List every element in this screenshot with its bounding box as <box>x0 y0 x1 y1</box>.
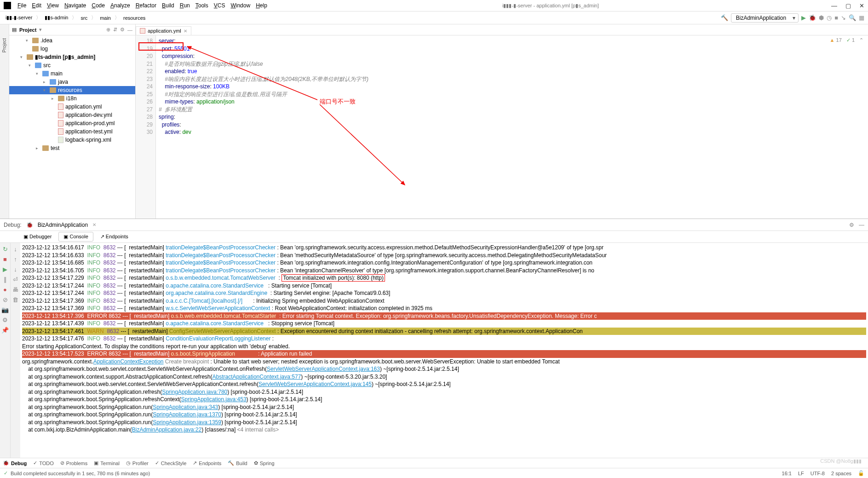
run-icon[interactable]: ▶ <box>801 14 806 21</box>
toolwindow-problems[interactable]: ⊘Problems <box>60 460 87 466</box>
tree-node[interactable]: ▸i18n <box>9 94 135 103</box>
toolwindow-debug[interactable]: 🐞Debug <box>3 460 27 466</box>
menu-refactor[interactable]: Refactor <box>133 1 159 10</box>
toolwindow-checkstyle[interactable]: ✓CheckStyle <box>155 460 187 466</box>
clear-icon[interactable]: 🗑 <box>12 296 18 303</box>
dir-icon <box>27 54 33 60</box>
tree-node[interactable]: ▾resources <box>9 86 135 94</box>
menu-build[interactable]: Build <box>159 1 177 10</box>
line-gutter[interactable]: 18192021222324252627282930 <box>136 35 156 219</box>
inspections-warnings[interactable]: 17 <box>830 37 842 43</box>
scroll-to-end-icon[interactable]: ↓ <box>14 246 17 253</box>
toolwindow-endpoints[interactable]: ↗Endpoints <box>193 460 221 466</box>
debug-app-name[interactable]: BizAdminApplication <box>38 222 88 228</box>
toolwindow-spring[interactable]: ✿Spring <box>254 460 275 466</box>
vcs-icon[interactable]: ↘ <box>841 14 846 21</box>
tab-close-icon[interactable]: ✕ <box>184 29 187 34</box>
tree-node[interactable]: logback-spring.xml <box>9 136 135 144</box>
toolwindow-terminal[interactable]: ▣Terminal <box>94 460 120 466</box>
close-icon[interactable]: ✕ <box>859 2 864 9</box>
menu-vcs[interactable]: VCS <box>211 1 228 10</box>
minimize-icon[interactable]: — <box>831 2 837 9</box>
app-logo-icon <box>4 2 11 9</box>
menu-code[interactable]: Code <box>89 1 108 10</box>
mute-breakpoints-icon[interactable]: ⊘ <box>3 296 8 303</box>
soft-wrap-icon[interactable]: ⏎ <box>13 276 18 283</box>
maximize-icon[interactable]: ▢ <box>845 2 851 9</box>
expand-icon[interactable]: ⇵ <box>113 27 117 33</box>
breadcrumb[interactable]: i▮▮-▮-server〉▮▮s-admin〉src〉main〉resource… <box>4 14 147 22</box>
status-lock-icon[interactable]: 🔓 <box>858 470 864 476</box>
inspections-ok[interactable]: 1 <box>846 37 855 43</box>
toolwindow-todo[interactable]: ✓TODO <box>33 460 54 466</box>
inspections-more-icon[interactable]: ⌃ <box>859 37 863 43</box>
status-indent[interactable]: 2 spaces <box>831 471 851 476</box>
menu-analyze[interactable]: Analyze <box>108 1 133 10</box>
menu-edit[interactable]: Edit <box>29 1 44 10</box>
editor-tab[interactable]: application.yml ✕ <box>136 26 191 35</box>
breadcrumb-item[interactable]: i▮▮-▮-server <box>4 14 34 22</box>
tree-node[interactable]: ▸test <box>9 144 135 152</box>
pause-icon[interactable]: ‖ <box>4 276 7 283</box>
toolwindow-profiler[interactable]: ◷Profiler <box>126 460 149 466</box>
tree-node[interactable]: ▾▮ts-admin [p▮s_admin] <box>9 53 135 61</box>
dump-icon[interactable]: 📷 <box>1 306 9 313</box>
settings-icon[interactable]: ⚙ <box>2 317 8 323</box>
console-output[interactable]: 2023-12-12 13:54:16.617 INFO 8632 --- [ … <box>20 243 868 458</box>
stop-icon[interactable]: ■ <box>834 14 838 21</box>
hammer-icon[interactable]: 🔨 <box>721 14 728 21</box>
menu-tools[interactable]: Tools <box>193 1 211 10</box>
stop-debug-icon[interactable]: ■ <box>3 256 7 263</box>
debug-icon[interactable]: 🐞 <box>809 14 816 21</box>
hide-icon[interactable]: — <box>127 27 132 33</box>
tree-node[interactable]: application-dev.yml <box>9 111 135 119</box>
debug-settings-icon[interactable]: ⚙ <box>849 222 854 228</box>
project-panel-title[interactable]: Project <box>19 27 36 33</box>
toolwindow-build[interactable]: 🔨Build <box>228 460 247 466</box>
menu-file[interactable]: File <box>15 1 29 10</box>
select-opened-icon[interactable]: ⊕ <box>106 27 110 33</box>
view-breakpoints-icon[interactable]: ● <box>3 286 7 293</box>
debug-tab-console[interactable]: ▣ Console <box>58 232 93 242</box>
menu-run[interactable]: Run <box>177 1 193 10</box>
debug-tabs: ▣ Debugger▣ Console↗ Endpoints <box>0 231 868 243</box>
down-stack-icon[interactable]: ↓ <box>14 266 17 273</box>
status-line-sep[interactable]: LF <box>798 471 804 476</box>
up-stack-icon[interactable]: ↑ <box>14 256 17 263</box>
project-tree[interactable]: ▾.idealog▾▮ts-admin [p▮s_admin]▾src▾main… <box>9 35 135 219</box>
project-tool-button[interactable]: Project <box>2 38 7 52</box>
breadcrumb-item[interactable]: ▮▮s-admin <box>43 14 70 22</box>
tree-node[interactable]: application-test.yml <box>9 127 135 136</box>
code-editor[interactable]: server: port: 55501 compression: #是否对响应数… <box>156 35 868 219</box>
tree-node[interactable]: ▾src <box>9 61 135 69</box>
tree-node[interactable]: ▾main <box>9 69 135 78</box>
print-icon[interactable]: 🖶 <box>12 286 18 293</box>
status-encoding[interactable]: UTF-8 <box>811 471 825 476</box>
debug-hide-icon[interactable]: — <box>859 222 864 228</box>
status-position[interactable]: 16:1 <box>782 471 792 476</box>
tree-node[interactable]: application.yml <box>9 103 135 111</box>
resume-icon[interactable]: ▶ <box>3 266 7 273</box>
menubar: FileEditViewNavigateCodeAnalyzeRefactorB… <box>0 0 868 12</box>
settings-icon[interactable]: ▦ <box>859 14 864 21</box>
breadcrumb-item[interactable]: src <box>79 14 89 22</box>
tree-node[interactable]: ▾.idea <box>9 36 135 45</box>
menu-help[interactable]: Help <box>253 1 270 10</box>
pin-icon[interactable]: 📌 <box>1 327 9 334</box>
tree-node[interactable]: ▸java <box>9 78 135 86</box>
tree-node[interactable]: log <box>9 45 135 53</box>
run-config-selector[interactable]: BizAdminApplication <box>731 13 799 23</box>
breadcrumb-item[interactable]: main <box>98 14 113 22</box>
debug-tab-endpoints[interactable]: ↗ Endpoints <box>95 232 133 242</box>
search-icon[interactable]: 🔍 <box>849 14 856 21</box>
menu-view[interactable]: View <box>44 1 62 10</box>
coverage-icon[interactable]: ⬢ <box>819 14 824 21</box>
profile-icon[interactable]: ◷ <box>827 14 832 21</box>
rerun-icon[interactable]: ↻ <box>3 246 8 253</box>
menu-window[interactable]: Window <box>228 1 253 10</box>
breadcrumb-item[interactable]: resources <box>121 14 147 22</box>
debug-tab-debugger[interactable]: ▣ Debugger <box>18 232 57 242</box>
menu-navigate[interactable]: Navigate <box>62 1 89 10</box>
tree-node[interactable]: application-prod.yml <box>9 119 135 127</box>
settings-gear-icon[interactable]: ⚙ <box>120 27 125 33</box>
